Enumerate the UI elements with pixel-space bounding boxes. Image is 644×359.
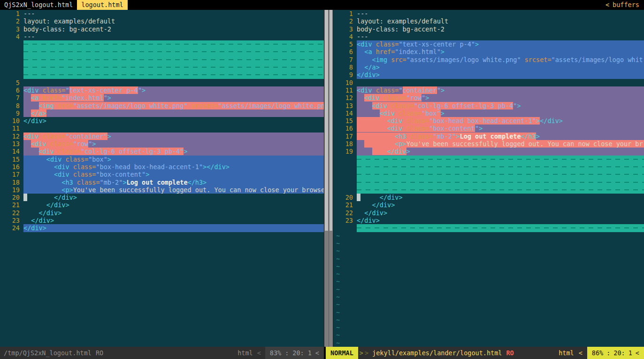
code-line[interactable]: 14 <div class="box"> (333, 109, 644, 117)
code-line[interactable]: 18 <h3 class="mb-2">Log out complete</h3… (0, 179, 324, 186)
code-line[interactable]: 21 </div> (0, 201, 324, 209)
statusline-spacer (103, 347, 238, 359)
line-text: layout: examples/default (357, 17, 644, 25)
code-line[interactable]: 6 <a href="index.html"> (333, 48, 644, 55)
scrollbar-left-pane[interactable] (324, 10, 329, 347)
code-line[interactable]: 14 <div class="col-lg-6 offset-lg-3 pb-4… (0, 148, 324, 155)
line-text: <div class="box"> (357, 109, 644, 117)
code-token (357, 209, 364, 217)
cursor-column: 1 (308, 347, 312, 359)
code-token: "container" (65, 133, 107, 140)
tilde-marker: ~ (333, 293, 340, 301)
scrollbar-thumb-right[interactable] (330, 10, 332, 231)
code-token: " (437, 86, 441, 94)
code-line[interactable]: 12<div class="container"> (0, 133, 324, 140)
code-line[interactable]: 5 (0, 79, 324, 86)
code-line[interactable]: 7 <a href="index.html"> (0, 94, 324, 101)
line-number: 7 (333, 56, 357, 63)
truncation-marker: < (606, 1, 609, 8)
code-line[interactable]: 1--- (0, 10, 324, 17)
code-line[interactable]: 23 </div> (0, 217, 324, 224)
code-line[interactable]: 16 <div class="box-head box-head-accent-… (0, 163, 324, 171)
code-token: </div> (380, 194, 403, 201)
code-token: body-class: bg-accent-2 (357, 25, 445, 33)
code-token (23, 94, 31, 101)
code-line[interactable]: 19 </div> (333, 148, 644, 155)
code-token (357, 201, 372, 209)
code-token: > (406, 148, 410, 155)
code-line[interactable]: 16 <div class="box-content"> (333, 125, 644, 132)
code-line[interactable]: 2layout: examples/default (333, 17, 644, 25)
code-line[interactable]: 3body-class: bg-accent-2 (333, 25, 644, 33)
code-line[interactable]: 24</div> (0, 224, 324, 232)
code-token (357, 109, 380, 117)
code-line[interactable]: 9 </a> (0, 109, 324, 117)
diff-filler-dashes (357, 186, 644, 194)
code-line[interactable]: 9</div> (333, 71, 644, 78)
code-line[interactable]: 6<div class="text-xs-center p-4"> (0, 86, 324, 94)
code-line[interactable]: 23</div> (333, 217, 644, 224)
code-line[interactable]: 10 (333, 79, 644, 86)
code-line[interactable]: 7 <img src="assets/images/logo_white.png… (333, 56, 644, 63)
scrollbar-thumb-left[interactable] (325, 10, 328, 231)
code-line[interactable]: 22 </div> (333, 209, 644, 217)
tilde-marker: ~ (333, 331, 340, 339)
code-line[interactable]: 5<div class="text-xs-center p-4"> (333, 40, 644, 48)
code-line[interactable]: 20 </div> (333, 194, 644, 201)
code-line[interactable]: 10</div> (0, 117, 324, 125)
code-line[interactable]: 11 (0, 125, 324, 132)
empty-buffer-line: ~ (333, 278, 644, 285)
code-line[interactable]: 1--- (333, 10, 644, 17)
code-token: href= (376, 48, 395, 55)
code-token: <h3 (395, 133, 406, 140)
code-line[interactable]: 11<div class="container"> (333, 86, 644, 94)
code-line[interactable]: 13 <div class="row"> (0, 140, 324, 148)
diff-filler-line (0, 40, 324, 48)
scrollbar-right-pane[interactable] (329, 10, 333, 347)
code-line[interactable]: 8 <img src="assets/images/logo_white.png… (0, 102, 324, 109)
code-line[interactable]: 20 </div> (0, 194, 324, 201)
code-line[interactable]: 8 </a> (333, 63, 644, 71)
code-line[interactable]: 18 <p>You've been successfully logged ou… (333, 140, 644, 148)
line-number: 22 (333, 209, 357, 217)
code-token: <div (23, 133, 39, 140)
code-token (23, 109, 31, 117)
line-text: --- (23, 10, 324, 17)
line-number: 9 (333, 71, 357, 78)
line-text: </div> (23, 117, 324, 125)
line-number: 6 (333, 48, 357, 55)
code-token (372, 86, 376, 94)
code-line[interactable]: 12 <div class="row"> (333, 94, 644, 101)
code-line[interactable]: 15 <div class="box"> (0, 156, 324, 163)
code-line[interactable]: 19 <p>You've been successfully logged ou… (0, 186, 324, 194)
code-line[interactable]: 17 <h3 class="mb-2">Log out complete</h3… (333, 133, 644, 140)
line-number: 5 (333, 40, 357, 48)
editor-pane-left[interactable]: 1---2layout: examples/default3body-class… (0, 10, 324, 347)
code-line[interactable]: 22 </div> (0, 209, 324, 217)
code-line[interactable]: 15 <div class="box-head box-head-accent-… (333, 117, 644, 125)
code-token: > (107, 156, 111, 163)
code-token: "box-content" (96, 171, 146, 178)
cursor (357, 194, 360, 201)
editor-pane-right[interactable]: 1---2layout: examples/default3body-class… (333, 10, 644, 347)
code-token: > (123, 179, 126, 186)
code-token: class= (399, 109, 422, 117)
code-token: class= (65, 156, 88, 163)
code-token: text-xs-center p-4 (69, 86, 138, 94)
code-token: src= (58, 102, 73, 109)
tab-buffer-2-active[interactable]: logout.html (77, 0, 127, 10)
line-number: 18 (0, 179, 23, 186)
code-line[interactable]: 4--- (333, 33, 644, 40)
code-line[interactable]: 13 <div class="col-lg-6 offset-lg-3 pb-4… (333, 102, 644, 109)
line-number: 16 (0, 163, 23, 171)
tab-buffer-1[interactable]: QjS2xN_logout.html (0, 0, 77, 10)
code-line[interactable]: 3body-class: bg-accent-2 (0, 25, 324, 33)
code-line[interactable]: 21 </div> (333, 201, 644, 209)
code-line[interactable]: 17 <div class="box-content"> (0, 171, 324, 178)
code-line[interactable]: 4--- (0, 33, 324, 40)
code-token: "assets/images/logo_white.png (218, 102, 324, 109)
diff-filler-line (333, 224, 644, 232)
code-line[interactable]: 2layout: examples/default (0, 17, 324, 25)
code-token: </a> (364, 63, 380, 71)
code-token: > (92, 140, 96, 148)
